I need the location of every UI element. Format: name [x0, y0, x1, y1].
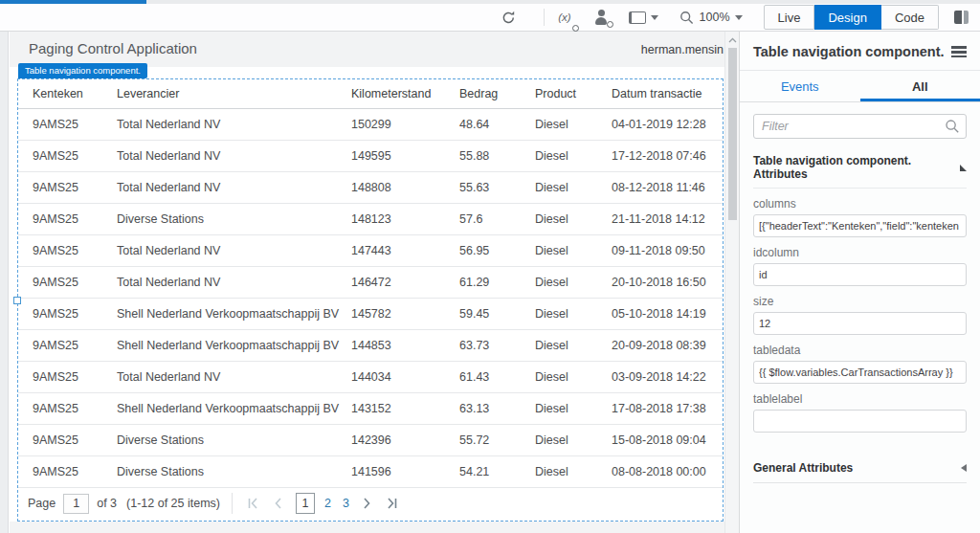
- general-section-header[interactable]: General Attributes: [753, 461, 967, 483]
- table-cell: 145782: [350, 298, 458, 329]
- field-input-columns[interactable]: [753, 214, 967, 237]
- table-cell: 55.63: [458, 171, 534, 203]
- canvas-rect-icon: [629, 11, 646, 24]
- first-page-icon[interactable]: [246, 498, 259, 509]
- table-cell: 08-08-2018 00:00: [611, 455, 723, 487]
- field-input-tabledata[interactable]: [753, 361, 967, 384]
- field-input-idcolumn[interactable]: [753, 263, 967, 286]
- table-cell: Diesel: [534, 140, 611, 171]
- tab-all[interactable]: All: [860, 71, 980, 101]
- table-cell: 55.72: [458, 424, 534, 455]
- table-cell: Diesel: [534, 108, 611, 140]
- filter-input[interactable]: [753, 114, 967, 139]
- table-cell: Total Nederland NV: [116, 361, 350, 392]
- table-cell: 9AMS25: [18, 266, 116, 298]
- attributes-section-title: Table navigation component. Attributes: [753, 154, 960, 181]
- field-label: tablelabel: [753, 392, 967, 406]
- table-row[interactable]: 9AMS25Diverse Stations14812357.6Diesel21…: [18, 203, 723, 234]
- table-cell: 54.21: [458, 455, 534, 487]
- attribute-field: idcolumn: [753, 246, 967, 286]
- current-page-indicator[interactable]: 1: [296, 493, 315, 514]
- table-cell: 142396: [350, 424, 458, 455]
- next-page-icon[interactable]: [361, 498, 374, 509]
- table-cell: 20-09-2018 08:39: [611, 329, 723, 361]
- table-row[interactable]: 9AMS25Total Nederland NV14647261.29Diese…: [18, 266, 723, 298]
- of-label: of 3: [97, 497, 117, 510]
- paginator-separator: [232, 493, 233, 514]
- scroll-up-icon[interactable]: [725, 33, 740, 46]
- live-button[interactable]: Live: [764, 5, 815, 30]
- table-cell: Shell Nederland Verkoopmaatschappij BV: [116, 329, 350, 361]
- table-row[interactable]: 9AMS25Shell Nederland Verkoopmaatschappi…: [18, 329, 723, 361]
- table-row[interactable]: 9AMS25Diverse Stations14239655.72Diesel1…: [18, 424, 723, 455]
- table-cell: 63.13: [458, 392, 534, 424]
- table-cell: 9AMS25: [18, 171, 116, 203]
- table-row[interactable]: 9AMS25Shell Nederland Verkoopmaatschappi…: [18, 298, 723, 329]
- table-cell: 9AMS25: [18, 361, 116, 392]
- table-row[interactable]: 9AMS25Total Nederland NV14403461.43Diese…: [18, 361, 723, 392]
- table-cell: Diesel: [534, 455, 611, 487]
- canvas-size-icon[interactable]: [629, 6, 658, 29]
- table-cell: 56.95: [458, 234, 534, 266]
- table-cell: 08-12-2018 11:46: [611, 171, 723, 203]
- table-cell: 04-01-2019 12:28: [611, 108, 723, 140]
- search-icon[interactable]: [945, 119, 960, 138]
- table-cell: 61.29: [458, 266, 534, 298]
- selection-handle[interactable]: [13, 297, 21, 304]
- scrollbar-thumb[interactable]: [728, 48, 737, 220]
- field-input-size[interactable]: [753, 312, 967, 335]
- mode-button-group: Live Design Code: [764, 5, 939, 30]
- zoom-level-label: 100%: [700, 11, 730, 24]
- person-badge-icon: [607, 21, 613, 28]
- canvas-scrollbar[interactable]: [724, 32, 739, 533]
- table-cell: 17-08-2018 17:38: [611, 392, 723, 424]
- table-cell: Diesel: [534, 234, 611, 266]
- column-header[interactable]: Kilometerstand: [350, 79, 458, 108]
- table-row[interactable]: 9AMS25Total Nederland NV14959555.88Diese…: [18, 140, 723, 171]
- table-cell: 147443: [350, 234, 458, 266]
- field-input-tablelabel[interactable]: [753, 410, 967, 433]
- attributes-section-header[interactable]: Table navigation component. Attributes: [753, 154, 967, 189]
- panel-header: Table navigation component.: [740, 32, 980, 71]
- column-header[interactable]: Kenteken: [18, 79, 116, 108]
- page-link[interactable]: 3: [343, 497, 349, 510]
- table-cell: 03-09-2018 14:22: [611, 361, 723, 392]
- variables-icon[interactable]: (x): [558, 6, 574, 29]
- panel-menu-icon[interactable]: [951, 46, 967, 57]
- page-number-input[interactable]: [63, 494, 89, 514]
- column-header[interactable]: Bedrag: [458, 79, 534, 108]
- table-cell: 9AMS25: [18, 203, 116, 234]
- table-cell: Diesel: [534, 203, 611, 234]
- table-row[interactable]: 9AMS25Total Nederland NV14744356.95Diese…: [18, 234, 723, 266]
- table-row[interactable]: 9AMS25Total Nederland NV14880855.63Diese…: [18, 171, 723, 203]
- panel-toggle-icon[interactable]: [954, 11, 969, 24]
- selection-tag[interactable]: Table navigation component.: [18, 63, 147, 78]
- person-icon: [594, 10, 610, 25]
- column-header[interactable]: Leverancier: [116, 79, 350, 108]
- page-link[interactable]: 2: [324, 497, 331, 510]
- table-row[interactable]: 9AMS25Total Nederland NV15029948.64Diese…: [18, 108, 723, 140]
- user-settings-icon[interactable]: [594, 6, 610, 29]
- table-component-selection[interactable]: KentekenLeverancierKilometerstandBedragP…: [17, 78, 724, 522]
- table-cell: Diesel: [534, 266, 611, 298]
- last-page-icon[interactable]: [386, 498, 399, 509]
- column-header[interactable]: Product: [534, 79, 611, 108]
- design-canvas: Paging Control Application herman.mensin…: [0, 32, 724, 533]
- section-collapsed-icon: [961, 464, 967, 472]
- table-row[interactable]: 9AMS25Diverse Stations14159654.21Diesel0…: [18, 455, 723, 487]
- refresh-icon[interactable]: [501, 6, 517, 29]
- previous-page-icon[interactable]: [271, 498, 284, 509]
- table-cell: 63.73: [458, 329, 534, 361]
- table-cell: 20-10-2018 16:50: [611, 266, 723, 298]
- table-cell: 9AMS25: [18, 234, 116, 266]
- table-cell: Diesel: [534, 329, 611, 361]
- column-header[interactable]: Datum transactie: [611, 79, 723, 108]
- design-button[interactable]: Design: [814, 5, 880, 30]
- zoom-control[interactable]: 100%: [679, 6, 743, 29]
- attribute-field: tablelabel: [753, 392, 967, 433]
- tab-events[interactable]: Events: [740, 71, 860, 101]
- field-label: columns: [753, 197, 967, 211]
- table-cell: 146472: [350, 266, 458, 298]
- code-button[interactable]: Code: [881, 5, 939, 30]
- table-row[interactable]: 9AMS25Shell Nederland Verkoopmaatschappi…: [18, 392, 723, 424]
